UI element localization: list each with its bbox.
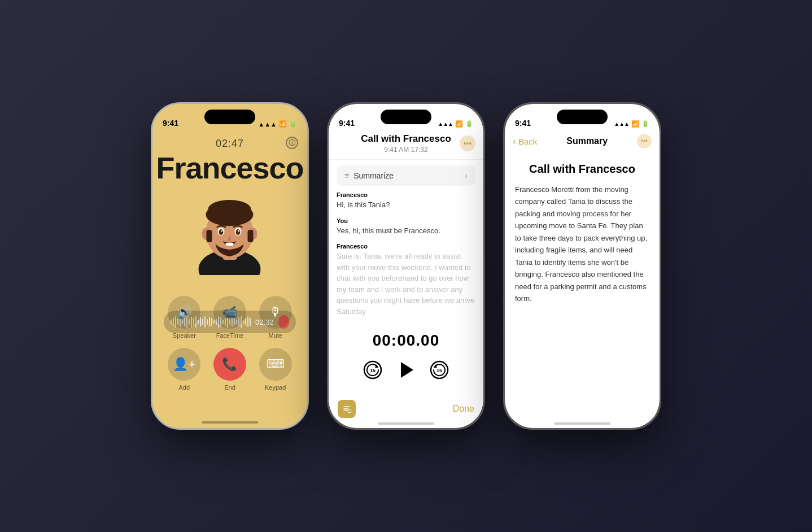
summary-more-button[interactable]: ••• bbox=[637, 134, 652, 149]
end-call-button[interactable]: 📞 End bbox=[213, 348, 246, 391]
mute-button[interactable]: 🎙 Mute bbox=[259, 296, 292, 339]
status-icons-1: ▲▲▲ 📶 🔋 bbox=[258, 120, 297, 128]
svg-point-11 bbox=[221, 230, 222, 232]
play-icon bbox=[401, 362, 413, 378]
svg-rect-15 bbox=[248, 230, 254, 242]
battery-icon: 🔋 bbox=[289, 120, 297, 128]
status-icons-2: ▲▲▲ 📶 🔋 bbox=[438, 120, 473, 128]
transcript-area: Francesco Hi, is this Tania? You Yes, hi… bbox=[329, 191, 483, 324]
status-time-3: 9:41 bbox=[515, 119, 531, 128]
phone1-screen: 9:41 ▲▲▲ 📶 🔋 ⓘ 02:47 Francesco bbox=[152, 104, 307, 428]
done-button[interactable]: Done bbox=[453, 404, 474, 414]
facetime-button[interactable]: 📹 FaceTime bbox=[213, 296, 246, 339]
dynamic-island-2 bbox=[381, 110, 431, 124]
wifi-icon-2: 📶 bbox=[455, 120, 463, 128]
add-label: Add bbox=[179, 384, 190, 391]
add-icon: 👤+ bbox=[168, 348, 200, 381]
phone2-footer: Done bbox=[329, 400, 483, 418]
signal-icon-3: ▲▲▲ bbox=[614, 121, 629, 127]
summarize-left: ≡ Summarize bbox=[344, 171, 394, 180]
svg-point-9 bbox=[219, 229, 224, 235]
phone2-screen: 9:41 ▲▲▲ 📶 🔋 Call with Francesco 9:41 AM… bbox=[329, 104, 483, 428]
status-time-1: 9:41 bbox=[163, 119, 178, 128]
speaker-button[interactable]: 🔊 Speaker bbox=[168, 296, 200, 339]
fastforward-button[interactable]: 15 bbox=[429, 360, 449, 380]
summarize-icon: ≡ bbox=[344, 171, 349, 180]
phone-1: 9:41 ▲▲▲ 📶 🔋 ⓘ 02:47 Francesco bbox=[151, 102, 309, 430]
call-title: Call with Francesco bbox=[515, 163, 649, 176]
summarize-row[interactable]: ≡ Summarize › bbox=[337, 165, 475, 186]
summary-text: Francesco Moretti from the moving compan… bbox=[515, 184, 649, 304]
summarize-text: Summarize bbox=[353, 171, 394, 180]
controls-row-2: 👤+ Add 📞 End ⌨ Keypad bbox=[161, 348, 298, 391]
svg-point-23 bbox=[348, 409, 351, 413]
call-controls: 🔊 Speaker 📹 FaceTime 🎙 Mute 👤+ bbox=[152, 296, 307, 400]
wifi-icon-3: 📶 bbox=[631, 120, 639, 128]
mute-label: Mute bbox=[268, 332, 282, 339]
dynamic-island bbox=[204, 110, 255, 124]
battery-icon-3: 🔋 bbox=[641, 120, 649, 128]
text-1: Yes, hi, this must be Francesco. bbox=[337, 225, 475, 237]
nav-title: Summary bbox=[566, 136, 608, 146]
play-button[interactable] bbox=[399, 362, 413, 378]
phone2-subtitle: 9:41 AM 17:32 bbox=[338, 146, 474, 154]
text-0: Hi, is this Tania? bbox=[337, 199, 475, 211]
svg-point-10 bbox=[236, 229, 241, 235]
phone3-content: Call with Francesco Francesco Moretti fr… bbox=[505, 154, 660, 411]
status-icons-3: ▲▲▲ 📶 🔋 bbox=[614, 120, 649, 128]
phone2-title: Call with Francesco bbox=[338, 133, 474, 145]
caller-name: Francesco bbox=[152, 150, 307, 185]
battery-icon-2: 🔋 bbox=[465, 120, 473, 128]
signal-icon: ▲▲▲ bbox=[258, 121, 277, 128]
back-label: Back bbox=[518, 137, 537, 146]
phone-2: 9:41 ▲▲▲ 📶 🔋 Call with Francesco 9:41 AM… bbox=[327, 102, 485, 430]
mute-icon: 🎙 bbox=[259, 296, 292, 329]
speaker-label: Speaker bbox=[173, 332, 196, 339]
back-chevron: ‹ bbox=[513, 136, 516, 147]
svg-point-4 bbox=[208, 200, 251, 218]
svg-point-12 bbox=[238, 230, 239, 232]
call-timer: 02:47 bbox=[152, 138, 307, 150]
summarize-chevron: › bbox=[465, 171, 468, 180]
phone3-nav: ‹ Back Summary ••• bbox=[505, 131, 660, 151]
svg-text:15: 15 bbox=[370, 368, 376, 373]
playback-time: 00:00.00 bbox=[329, 332, 483, 350]
keypad-label: Keypad bbox=[265, 384, 286, 391]
svg-text:15: 15 bbox=[436, 368, 442, 373]
add-button[interactable]: 👤+ Add bbox=[168, 348, 200, 391]
svg-rect-14 bbox=[207, 230, 212, 242]
text-2: Sure is. Tania, we're all ready to assis… bbox=[337, 251, 475, 317]
home-bar-3 bbox=[554, 422, 610, 425]
keypad-button[interactable]: ⌨ Keypad bbox=[259, 348, 292, 391]
facetime-label: FaceTime bbox=[216, 332, 244, 339]
more-options-button[interactable]: ••• bbox=[460, 136, 475, 151]
home-bar-1 bbox=[202, 421, 258, 424]
status-time-2: 9:41 bbox=[339, 119, 355, 128]
transcript-block-2: Francesco Sure is. Tania, we're all read… bbox=[337, 243, 475, 317]
signal-icon-2: ▲▲▲ bbox=[438, 121, 453, 127]
end-call-icon: 📞 bbox=[213, 348, 246, 381]
dynamic-island-3 bbox=[557, 110, 608, 124]
speaker-0: Francesco bbox=[337, 191, 475, 198]
facetime-icon: 📹 bbox=[213, 296, 246, 329]
transcript-block-1: You Yes, hi, this must be Francesco. bbox=[337, 217, 475, 237]
controls-row-1: 🔊 Speaker 📹 FaceTime 🎙 Mute bbox=[161, 296, 298, 339]
phone3-screen: 9:41 ▲▲▲ 📶 🔋 ‹ Back Summary ••• Call wit… bbox=[505, 104, 660, 428]
svg-rect-13 bbox=[226, 243, 234, 246]
speaker-2: Francesco bbox=[337, 243, 475, 250]
end-label: End bbox=[224, 384, 235, 391]
transcript-icon[interactable] bbox=[338, 400, 356, 418]
keypad-icon: ⌨ bbox=[259, 348, 292, 381]
home-bar-2 bbox=[378, 422, 434, 425]
back-button[interactable]: ‹ Back bbox=[513, 136, 537, 147]
transcript-block-0: Francesco Hi, is this Tania? bbox=[337, 191, 475, 211]
speaker-icon: 🔊 bbox=[168, 296, 200, 329]
phone-3: 9:41 ▲▲▲ 📶 🔋 ‹ Back Summary ••• Call wit… bbox=[503, 102, 661, 430]
rewind-button[interactable]: 15 bbox=[363, 360, 383, 380]
wifi-icon: 📶 bbox=[279, 120, 287, 128]
caller-avatar bbox=[186, 187, 274, 275]
speaker-1: You bbox=[337, 217, 475, 224]
playback-controls: 15 15 bbox=[329, 360, 483, 380]
